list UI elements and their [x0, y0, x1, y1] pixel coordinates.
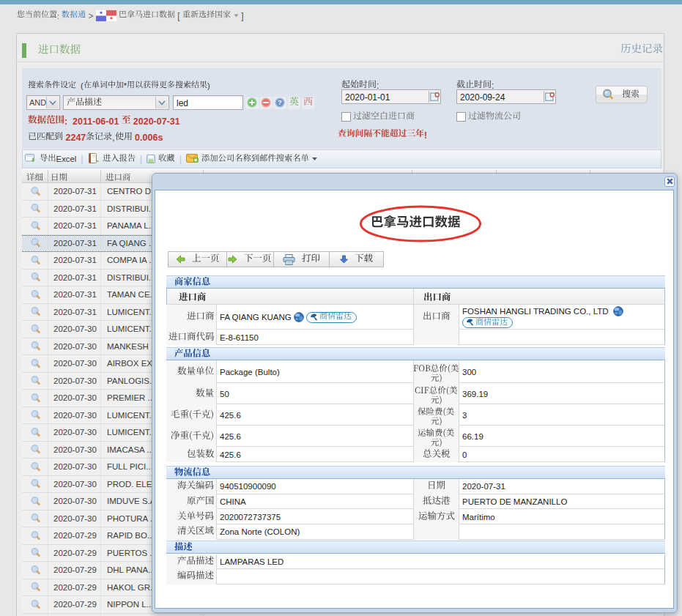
svg-text:?: ? — [278, 99, 282, 107]
